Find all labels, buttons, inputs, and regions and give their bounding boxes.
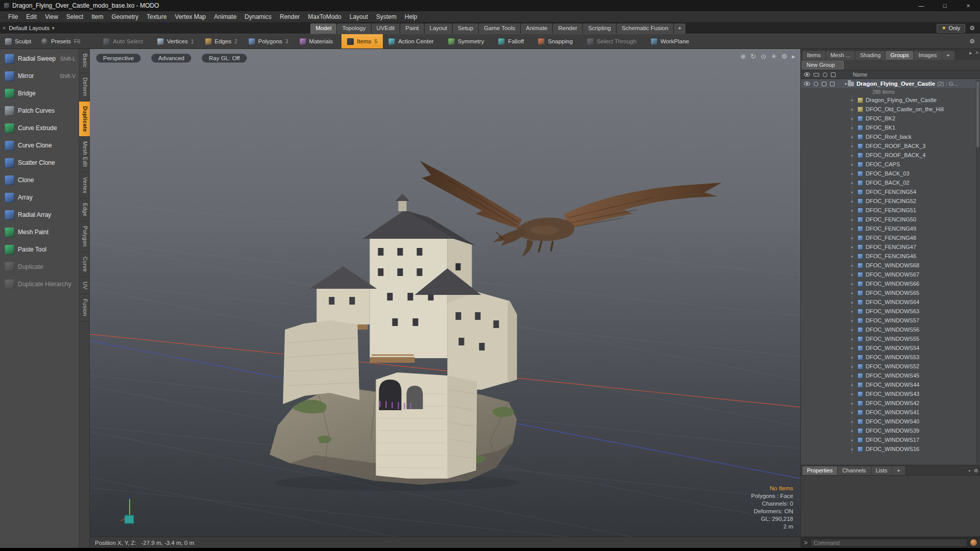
viewport-mode-button[interactable]: Advanced xyxy=(151,54,191,63)
render-toggle-icon[interactable] xyxy=(814,82,818,86)
mode-button[interactable]: Auto Select xyxy=(97,34,152,48)
panel-close-icon[interactable]: × xyxy=(975,50,978,56)
group-item-row[interactable]: DFOC_FENCING52 xyxy=(801,196,980,206)
lock-toggle-icon[interactable] xyxy=(830,82,835,86)
new-group-button[interactable]: New Group xyxy=(802,61,844,69)
tool-button[interactable]: Radial Sweep Shift-L xyxy=(0,50,79,67)
sculpt-button[interactable]: Sculpt xyxy=(0,34,36,48)
layout-tab[interactable]: Render xyxy=(553,23,582,34)
branch-arrow-icon[interactable] xyxy=(850,318,855,323)
layout-tab[interactable]: Animate xyxy=(521,23,552,34)
layout-tab[interactable]: UVEdit xyxy=(372,23,400,34)
branch-arrow-icon[interactable] xyxy=(850,107,855,112)
branch-arrow-icon[interactable] xyxy=(850,419,855,424)
bottom-panel-tab[interactable]: Channels xyxy=(838,466,870,475)
branch-arrow-icon[interactable] xyxy=(850,447,855,452)
menu-item[interactable]: Texture xyxy=(142,13,170,20)
only-button[interactable]: ★ Only xyxy=(937,24,966,33)
group-item-row[interactable]: DFOC_WINDOWS55 xyxy=(801,334,980,343)
group-item-row[interactable]: DFOC_BK1 xyxy=(801,123,980,132)
tool-category-tab[interactable]: Curve xyxy=(79,252,90,277)
group-item-row[interactable]: DFOC_ROOF_BACK_3 xyxy=(801,141,980,151)
group-item-row[interactable]: DFOC_WINDOWS41 xyxy=(801,408,980,417)
3d-scene[interactable] xyxy=(90,49,800,537)
branch-arrow-icon[interactable] xyxy=(850,438,855,442)
menu-item[interactable]: Render xyxy=(276,13,304,20)
move-icon[interactable]: ⊕ xyxy=(740,53,746,60)
menu-item[interactable]: View xyxy=(41,13,62,20)
bottom-panel-tab[interactable]: + xyxy=(892,466,904,475)
orbit-icon[interactable]: ↻ xyxy=(750,53,756,60)
branch-arrow-icon[interactable] xyxy=(850,410,855,415)
restore-button[interactable]: □ xyxy=(933,0,957,11)
group-item-row[interactable]: DFOC_WINDOWS16 xyxy=(801,444,980,454)
branch-arrow-icon[interactable] xyxy=(850,429,855,433)
lock-column-icon[interactable] xyxy=(831,72,836,77)
tool-category-tab[interactable]: Duplicate xyxy=(79,102,90,137)
layout-tab[interactable]: Paint xyxy=(400,23,424,34)
branch-arrow-icon[interactable] xyxy=(850,346,855,350)
layout-tab[interactable]: Topology xyxy=(337,23,371,34)
branch-arrow-icon[interactable] xyxy=(850,282,855,286)
tool-button[interactable]: Radial Array xyxy=(0,206,79,223)
default-layouts-dropdown[interactable]: « Default Layouts ▾ xyxy=(0,25,60,31)
tool-category-tab[interactable]: Basic xyxy=(79,49,90,73)
viewport-mode-button[interactable]: Ray GL: Off xyxy=(202,54,247,63)
mode-button[interactable]: Snapping xyxy=(532,34,581,48)
branch-arrow-icon[interactable] xyxy=(850,300,855,305)
menu-item[interactable]: Help xyxy=(401,13,422,20)
group-item-row[interactable]: DFOC_WINDOWS40 xyxy=(801,417,980,426)
visibility-eye-icon[interactable] xyxy=(804,82,810,86)
group-item-row[interactable]: DFOC_FENCING50 xyxy=(801,215,980,224)
bottom-panel-tab[interactable]: Lists xyxy=(871,466,892,475)
tool-category-tab[interactable]: Vertex xyxy=(79,172,90,198)
group-row[interactable]: ▾ Dragon_Flying_Over_Castle (2) : G... xyxy=(801,79,980,88)
right-panel-tab[interactable]: Groups xyxy=(886,51,913,60)
tool-button[interactable]: Bridge xyxy=(0,85,79,102)
group-item-row[interactable]: DFOC_FENCING48 xyxy=(801,233,980,242)
group-item-row[interactable]: DFOC_WINDOWS53 xyxy=(801,353,980,362)
branch-arrow-icon[interactable] xyxy=(850,309,855,314)
group-item-row[interactable]: DFOC_WINDOWS54 xyxy=(801,343,980,353)
branch-arrow-icon[interactable] xyxy=(850,190,855,194)
branch-arrow-icon[interactable] xyxy=(850,162,855,167)
branch-arrow-icon[interactable] xyxy=(850,263,855,268)
group-item-row[interactable]: DFOC_FENCING49 xyxy=(801,224,980,233)
group-item-row[interactable]: DFOC_WINDOWS44 xyxy=(801,380,980,389)
mode-button[interactable]: Items 5 xyxy=(341,34,383,48)
name-column-header[interactable]: Name xyxy=(845,71,867,78)
branch-arrow-icon[interactable] xyxy=(850,383,855,387)
menu-item[interactable]: Animate xyxy=(210,13,240,20)
branch-arrow-icon[interactable] xyxy=(850,337,855,341)
select-toggle-icon[interactable] xyxy=(822,82,826,86)
menu-item[interactable]: Geometry xyxy=(108,13,143,20)
tool-button[interactable]: Patch Curves xyxy=(0,102,79,119)
branch-arrow-icon[interactable] xyxy=(850,392,855,396)
right-panel-tab[interactable]: Mesh ... xyxy=(826,51,855,60)
record-icon[interactable] xyxy=(970,539,977,546)
branch-arrow-icon[interactable] xyxy=(850,98,855,103)
branch-arrow-icon[interactable] xyxy=(850,153,855,158)
group-item-row[interactable]: DFOC_WINDOWS65 xyxy=(801,288,980,297)
collapse-panels-icon[interactable]: « xyxy=(2,27,8,30)
tool-category-tab[interactable]: UV xyxy=(79,277,90,294)
panel-arrow-icon[interactable]: ▸ xyxy=(969,50,972,56)
group-item-row[interactable]: DFOC_FENCING51 xyxy=(801,206,980,215)
render-column-icon[interactable] xyxy=(823,72,827,77)
group-item-row[interactable]: DFOC_WINDOWS63 xyxy=(801,307,980,316)
group-item-row[interactable]: DFOC_BACK_03 xyxy=(801,169,980,178)
menu-item[interactable]: Layout xyxy=(346,13,372,20)
menu-item[interactable]: System xyxy=(372,13,401,20)
tool-category-tab[interactable]: Polygon xyxy=(79,221,90,252)
menu-item[interactable]: Item xyxy=(87,13,107,20)
settings-icon[interactable]: ⚙ xyxy=(781,53,788,60)
group-item-row[interactable]: DFOC_WINDOWS66 xyxy=(801,279,980,288)
mode-button[interactable]: Vertices 1 xyxy=(152,34,199,48)
tool-button[interactable]: Curve Extrude xyxy=(0,119,79,137)
tool-button[interactable]: Mesh Paint xyxy=(0,223,79,241)
minimize-button[interactable]: — xyxy=(910,0,933,11)
branch-arrow-icon[interactable] xyxy=(850,328,855,332)
group-item-row[interactable]: DFOC_WINDOWS42 xyxy=(801,398,980,408)
tree-scrollbar[interactable] xyxy=(976,80,979,464)
branch-arrow-icon[interactable] xyxy=(850,126,855,130)
